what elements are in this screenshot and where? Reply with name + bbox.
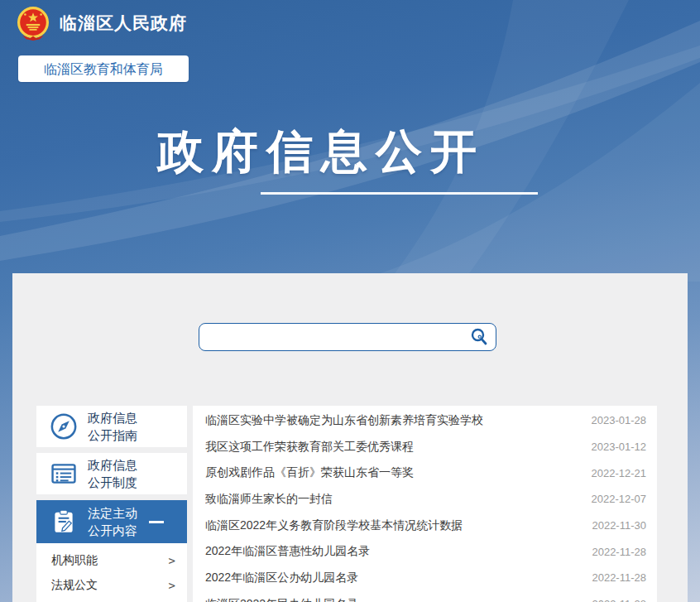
news-date: 2022-11-28 <box>592 546 646 558</box>
sidebar-item-label: 政府信息 公开制度 <box>88 456 137 491</box>
search-input[interactable] <box>199 324 469 350</box>
sidebar-item-system[interactable]: 政府信息 公开制度 <box>36 453 187 494</box>
chevron-right-icon: > <box>169 579 175 592</box>
news-row[interactable]: 我区这项工作荣获教育部关工委优秀课程 2023-01-12 <box>193 434 657 460</box>
news-title: 我区这项工作荣获教育部关工委优秀课程 <box>205 440 578 455</box>
news-row[interactable]: 2022年临淄区公办幼儿园名录 2022-11-28 <box>193 565 657 591</box>
site-name: 临淄区人民政府 <box>60 12 187 35</box>
submenu-item-functions[interactable]: 机构职能 > <box>36 548 187 573</box>
news-date: 2023-01-28 <box>592 414 647 426</box>
news-date: 2022-11-28 <box>592 571 646 584</box>
news-date: 2022-11-30 <box>592 519 646 532</box>
news-row[interactable]: 致临淄师生家长的一封信 2022-12-07 <box>193 486 657 513</box>
news-row[interactable]: 临淄区2022年民办幼儿园名录 2022-11-28 <box>193 591 657 602</box>
compass-icon <box>50 412 78 441</box>
sidebar: 政府信息 公开指南 政府信息 公开制度 <box>36 406 187 602</box>
collapse-minus-icon <box>149 521 164 523</box>
news-row[interactable]: 原创戏剧作品《百折》荣获山东省一等奖 2022-12-21 <box>193 460 657 486</box>
news-date: 2022-11-28 <box>592 598 646 602</box>
page-title: 政府信息公开 <box>139 121 503 184</box>
search-button[interactable] <box>469 327 496 347</box>
news-title: 临淄区2022年民办幼儿园名录 <box>205 597 578 602</box>
site-brand: 临淄区人民政府 <box>15 5 187 41</box>
news-title: 临淄区2022年义务教育阶段学校基本情况统计数据 <box>205 518 578 533</box>
national-emblem-icon <box>15 5 51 41</box>
news-title: 临淄区实验中学被确定为山东省创新素养培育实验学校 <box>205 413 578 428</box>
news-date: 2023-01-12 <box>592 441 647 453</box>
submenu-item-regulations[interactable]: 法规公文 > <box>36 573 187 598</box>
news-title: 致临淄师生家长的一封信 <box>205 492 578 507</box>
news-list: 临淄区实验中学被确定为山东省创新素养培育实验学校 2023-01-28 我区这项… <box>193 406 657 602</box>
sidebar-submenu: 机构职能 > 法规公文 > <box>36 543 187 602</box>
chevron-right-icon: > <box>169 554 175 567</box>
content-panel: 政府信息 公开指南 政府信息 公开制度 <box>12 273 688 602</box>
document-list-icon <box>50 460 78 488</box>
news-title: 2022年临淄区普惠性幼儿园名录 <box>205 544 578 559</box>
sidebar-item-label: 法定主动 公开内容 <box>88 504 137 539</box>
news-title: 2022年临淄区公办幼儿园名录 <box>205 571 578 585</box>
news-title: 原创戏剧作品《百折》荣获山东省一等奖 <box>205 465 578 480</box>
department-button[interactable]: 临淄区教育和体育局 <box>18 55 189 82</box>
news-date: 2022-12-07 <box>592 493 647 505</box>
title-underline <box>261 192 538 195</box>
clipboard-pen-icon <box>50 508 78 536</box>
page: 临淄区人民政府 临淄区教育和体育局 政府信息公开 <box>0 0 700 602</box>
sidebar-item-label: 政府信息 公开指南 <box>88 409 137 444</box>
sidebar-item-guide[interactable]: 政府信息 公开指南 <box>36 406 187 447</box>
news-row[interactable]: 临淄区2022年义务教育阶段学校基本情况统计数据 2022-11-30 <box>193 513 657 539</box>
sidebar-item-statutory-disclosure[interactable]: 法定主动 公开内容 <box>36 500 187 543</box>
search-box <box>199 323 496 351</box>
news-date: 2022-12-21 <box>592 467 647 479</box>
news-row[interactable]: 临淄区实验中学被确定为山东省创新素养培育实验学校 2023-01-28 <box>193 407 657 434</box>
search-icon <box>469 327 489 347</box>
news-row[interactable]: 2022年临淄区普惠性幼儿园名录 2022-11-28 <box>193 538 657 565</box>
